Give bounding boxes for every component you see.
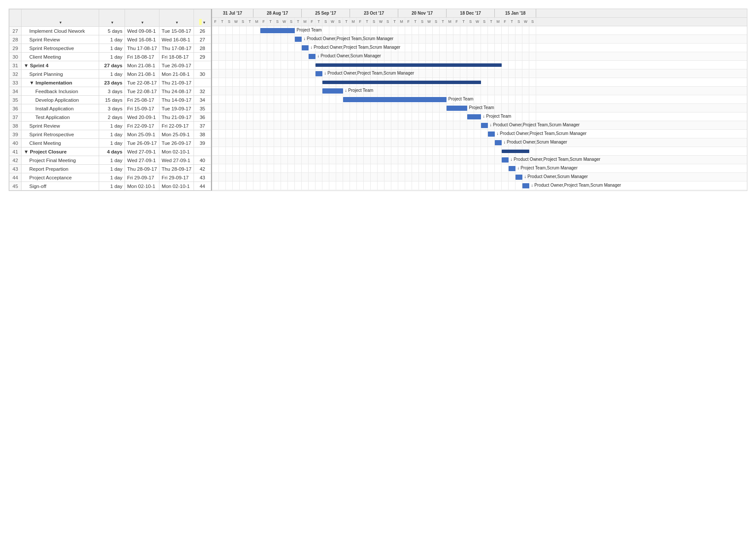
gantt-grid-cell — [371, 173, 378, 181]
task-name-cell[interactable]: Develop Application — [22, 96, 99, 104]
task-name-cell[interactable]: Install Application — [22, 104, 99, 113]
gantt-grid-cell — [502, 35, 509, 43]
task-name-cell[interactable]: Feedback Inclusion — [22, 87, 99, 96]
gantt-grid-cell — [350, 26, 357, 34]
gantt-grid-cell — [426, 147, 433, 155]
gantt-grid-cell — [488, 95, 495, 103]
day-cell: T — [488, 18, 495, 26]
day-cell: F — [260, 18, 267, 26]
task-name-cell[interactable]: ▼ Implementation — [22, 78, 99, 87]
start-cell: Mon 02-10-1 — [125, 182, 159, 191]
gantt-grid-cell — [219, 173, 226, 181]
gantt-grid-cell — [433, 104, 440, 112]
gantt-grid-cell — [522, 61, 529, 69]
gantt-grid-cell — [302, 104, 309, 112]
gantt-grid-cell — [502, 147, 509, 155]
task-name-cell[interactable]: Client Meeting — [22, 139, 99, 147]
task-name-cell[interactable]: ▼ Project Closure — [22, 147, 99, 156]
start-filter-arrow[interactable]: ▼ — [141, 21, 144, 25]
gantt-grid-cell — [529, 26, 536, 34]
task-name-filter-arrow[interactable]: ▼ — [59, 21, 62, 25]
start-cell: Thu 17-08-17 — [125, 44, 159, 53]
task-name-cell[interactable]: Test Application — [22, 113, 99, 122]
gantt-grid-cell — [426, 173, 433, 181]
gantt-grid-cell — [529, 87, 536, 95]
duration-header[interactable]: ▼ — [99, 9, 125, 27]
gantt-grid-cell — [309, 52, 316, 60]
gantt-grid-cell — [316, 69, 322, 78]
day-cell: T — [247, 18, 253, 26]
gantt-grid-cell — [316, 52, 322, 60]
task-name-cell[interactable]: Implement Cloud Nework — [22, 27, 99, 35]
gantt-grid-cell — [453, 130, 460, 138]
gantt-grid-cell — [447, 164, 453, 172]
gantt-grid-cell — [233, 104, 240, 112]
gantt-grid-cell — [474, 61, 481, 69]
gantt-grid-cell — [529, 156, 536, 164]
gantt-grid-cell — [378, 130, 384, 138]
gantt-grid-cell — [495, 26, 502, 34]
gantt-grid-cell — [460, 181, 467, 190]
gantt-grid-cell — [440, 147, 447, 155]
gantt-grid-cell — [329, 69, 336, 78]
gantt-grid-cell — [240, 26, 247, 34]
gantt-grid-cell — [529, 104, 536, 112]
gantt-grid-cell — [391, 130, 398, 138]
task-name-cell[interactable]: Project Final Meeting — [22, 156, 99, 165]
finish-cell: Thu 24-08-17 — [159, 87, 194, 96]
gantt-grid-cell — [357, 44, 364, 52]
gantt-grid-cell — [302, 173, 309, 181]
gantt-grid-cell — [240, 87, 247, 95]
finish-header[interactable]: ▼ — [159, 9, 194, 27]
task-name-cell[interactable]: Sign-off — [22, 182, 99, 191]
gantt-grid-cell — [515, 173, 522, 181]
gantt-grid-cell — [405, 121, 412, 129]
gantt-grid-cell — [502, 173, 509, 181]
gantt-grid-cell — [281, 52, 288, 60]
task-name-cell[interactable]: Sprint Retrospective — [22, 130, 99, 139]
task-name-cell[interactable]: Report Prepartion — [22, 165, 99, 173]
gantt-grid-cell — [274, 44, 281, 52]
gantt-grid-cell — [329, 147, 336, 155]
gantt-grid-cell — [474, 44, 481, 52]
week-label: 20 Nov '17 — [398, 9, 447, 17]
task-name-header[interactable]: ▼ — [22, 9, 99, 27]
gantt-grid-cell — [378, 52, 384, 60]
day-cell: F — [405, 18, 412, 26]
predecessor-cell: 37 — [194, 122, 211, 130]
task-name-cell[interactable]: Client Meeting — [22, 53, 99, 61]
gantt-grid-cell — [481, 26, 488, 34]
task-name-cell[interactable]: Sprint Retrospective — [22, 44, 99, 53]
predecessors-header[interactable]: ▼ — [194, 9, 211, 27]
task-name-cell[interactable]: Sprint Planning — [22, 70, 99, 78]
gantt-grid-cell — [529, 164, 536, 172]
row-number: 45 — [9, 182, 22, 191]
gantt-grid-cell — [233, 181, 240, 190]
gantt-grid-cell — [302, 44, 309, 52]
gantt-grid-cell — [398, 164, 405, 172]
gantt-row: Project Team — [212, 26, 747, 35]
task-name-cell[interactable]: ▼ Sprint 4 — [22, 61, 99, 70]
gantt-grid-cell — [295, 113, 302, 121]
gantt-grid-cell — [378, 69, 384, 78]
start-header[interactable]: ▼ — [125, 9, 159, 27]
gantt-grid-cell — [495, 44, 502, 52]
task-name-cell[interactable]: Sprint Review — [22, 122, 99, 130]
gantt-grid-cell — [488, 181, 495, 190]
gantt-grid-cell — [398, 61, 405, 69]
gantt-grid-cell — [253, 156, 260, 164]
gantt-grid-cell — [453, 52, 460, 60]
predecessor-cell: 36 — [194, 113, 211, 122]
gantt-grid-cell — [384, 35, 391, 43]
gantt-grid-cell — [240, 147, 247, 155]
finish-filter-arrow[interactable]: ▼ — [175, 21, 179, 25]
gantt-grid-cell — [247, 181, 253, 190]
duration-filter-arrow[interactable]: ▼ — [111, 21, 114, 25]
predecessors-filter-arrow[interactable]: ▼ — [203, 21, 206, 25]
gantt-grid-cell — [226, 156, 233, 164]
task-name-cell[interactable]: Project Acceptance — [22, 173, 99, 182]
gantt-grid-cell — [329, 95, 336, 103]
gantt-grid-cell — [212, 104, 219, 112]
task-name-cell[interactable]: Sprint Review — [22, 35, 99, 44]
gantt-grid-cell — [467, 95, 474, 103]
